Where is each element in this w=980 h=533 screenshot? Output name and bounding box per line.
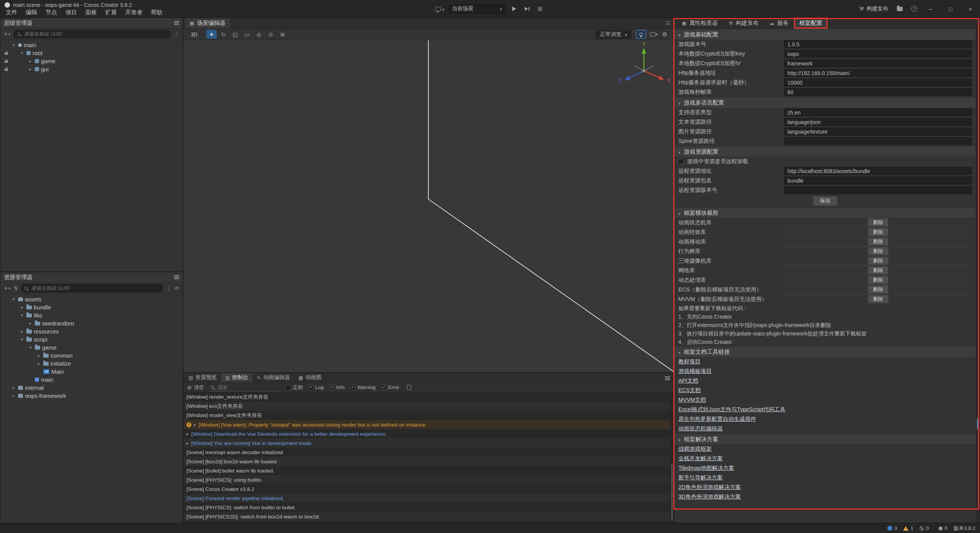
menu-item[interactable]: 节点 [41, 8, 61, 17]
solution-link[interactable]: Tiledmap地图解决方案 [678, 464, 734, 472]
move-tool-icon[interactable] [206, 30, 217, 39]
solution-link[interactable]: 全栈开发解决方案 [678, 455, 723, 462]
doc-link[interactable]: 原生包热更新配置自动生成插件 [678, 415, 756, 423]
refresh-icon[interactable] [175, 285, 179, 291]
hierarchy-node[interactable]: game [0, 57, 183, 65]
solution-link[interactable]: 新手引导解决方案 [678, 474, 723, 481]
expander-icon[interactable] [20, 305, 24, 310]
console-log-row[interactable]: [Window] You are running Vue in developm… [183, 438, 670, 448]
lighting-toggle-button[interactable] [636, 30, 646, 39]
asset-node[interactable]: common [0, 352, 183, 360]
console-log-row[interactable]: [Scene] [PHYSICS2D]: switch from box2d-w… [183, 512, 670, 521]
doc-link[interactable]: Excel格式转Json文件与TypeScript代码工具 [678, 406, 786, 413]
create-node-button[interactable] [4, 31, 10, 37]
expander-icon[interactable] [11, 43, 16, 47]
console-log-row[interactable]: [Scene] [PHYSICS]: switch from builtin t… [183, 503, 670, 512]
console-tab[interactable]: 资源预览 [184, 373, 221, 382]
rotate-tool-icon[interactable] [218, 30, 229, 39]
doc-link[interactable]: API文档 [678, 377, 698, 384]
view-mode-dropdown[interactable]: 正常浏览 [596, 30, 631, 39]
sort-icon[interactable] [13, 285, 18, 291]
delete-module-button[interactable]: 删除 [868, 285, 889, 294]
asset-node[interactable]: main [0, 376, 183, 384]
info-count[interactable]: 3 [887, 525, 897, 531]
console-log-row[interactable]: [Window] ecs文件夹存在 [183, 402, 670, 411]
delete-module-button[interactable]: 删除 [868, 266, 889, 275]
inspector-tab[interactable]: 属性检查器 [677, 18, 723, 28]
property-input[interactable] [784, 167, 972, 175]
menu-item[interactable]: 文件 [2, 8, 21, 17]
play-button[interactable] [510, 4, 519, 13]
asset-node[interactable]: internal [0, 384, 183, 392]
expander-icon[interactable] [20, 51, 24, 56]
hierarchy-node[interactable]: root [0, 49, 183, 57]
doc-link[interactable]: 游戏模板项目 [678, 368, 712, 375]
delete-module-button[interactable]: 删除 [868, 218, 889, 227]
log-filter-checkbox[interactable]: Log [308, 384, 324, 390]
doc-link[interactable]: 教程项目 [678, 358, 701, 365]
expander-icon[interactable] [36, 353, 41, 358]
menu-item[interactable]: 面板 [81, 8, 101, 17]
expander-icon[interactable] [28, 345, 33, 350]
section-header-language[interactable]: 游戏多语言配置 [675, 98, 976, 108]
maximize-button[interactable]: □ [944, 6, 957, 12]
console-search-input[interactable] [217, 384, 279, 391]
asset-node[interactable]: libs [0, 311, 183, 319]
console-scrollbar[interactable] [670, 392, 674, 523]
layout-grid-button[interactable] [536, 4, 545, 13]
inspector-tab[interactable]: 框架配置 [794, 18, 827, 28]
delete-module-button[interactable]: 删除 [868, 276, 889, 284]
notification-count[interactable]: 0 [935, 525, 947, 531]
panel-menu-icon[interactable] [174, 277, 179, 278]
property-input[interactable] [784, 108, 972, 116]
hierarchy-node[interactable]: main [0, 41, 183, 49]
expander-icon[interactable] [11, 393, 16, 398]
log-filter-checkbox[interactable]: Info [329, 384, 345, 390]
property-input[interactable] [784, 137, 972, 145]
open-project-folder-button[interactable] [895, 4, 904, 13]
mode-3d-toggle[interactable]: 3D [187, 31, 201, 38]
property-input[interactable] [784, 69, 972, 77]
panel-menu-icon[interactable] [174, 23, 179, 23]
lock-icon[interactable] [5, 60, 8, 63]
doc-link[interactable]: 动画状态机编辑器 [678, 425, 723, 432]
asset-node[interactable]: initialize [0, 360, 183, 368]
inspector-tab[interactable]: 服务 [764, 18, 794, 28]
camera-settings-button[interactable] [648, 30, 658, 39]
clear-console-button[interactable]: 清空 [187, 384, 204, 391]
solution-link[interactable]: 战棋游戏框架 [678, 445, 712, 453]
panel-menu-icon[interactable] [666, 23, 671, 24]
section-header-basic[interactable]: 游戏基础配置 [675, 29, 976, 39]
remote-load-checkbox[interactable] [678, 159, 684, 164]
create-asset-button[interactable] [4, 285, 10, 291]
hierarchy-search-input[interactable] [23, 31, 167, 37]
assets-search-input[interactable] [30, 285, 159, 291]
section-header-docs[interactable]: 框架文档工具链接 [675, 347, 976, 357]
delete-module-button[interactable]: 删除 [868, 247, 889, 255]
scene-settings-button[interactable] [660, 30, 670, 39]
asset-node[interactable]: seedrandom [0, 319, 183, 327]
scale-tool-icon[interactable] [230, 30, 240, 39]
property-input[interactable] [784, 88, 972, 96]
rect-tool-icon[interactable] [242, 30, 252, 39]
delete-module-button[interactable]: 删除 [868, 295, 889, 303]
asset-node[interactable]: assets [0, 295, 183, 303]
pivot-toggle-icon[interactable] [266, 30, 276, 39]
menu-item[interactable]: 项目 [61, 8, 81, 17]
close-button[interactable]: × [964, 6, 977, 12]
solution-link[interactable]: 3D角色扮演游戏解决方案 [678, 493, 741, 500]
property-input[interactable] [784, 177, 972, 185]
scrollbar-thumb[interactable] [977, 419, 979, 429]
expander-icon[interactable] [28, 67, 33, 72]
delete-module-button[interactable]: 删除 [868, 237, 889, 246]
asset-node[interactable]: bundle [0, 303, 183, 311]
expander-icon[interactable] [36, 361, 41, 366]
menu-item[interactable]: 开发者 [121, 8, 147, 17]
expander-icon[interactable] [28, 59, 33, 64]
section-header-modules[interactable]: 框架模块裁剪 [675, 208, 976, 218]
asset-node[interactable]: script [0, 335, 183, 343]
expand-arrow-icon[interactable] [186, 441, 189, 446]
log-filter-checkbox[interactable]: Error [381, 384, 399, 390]
section-header-solutions[interactable]: 框架解决方案 [675, 434, 976, 444]
solution-link[interactable]: 2D角色扮演游戏解决方案 [678, 484, 741, 491]
